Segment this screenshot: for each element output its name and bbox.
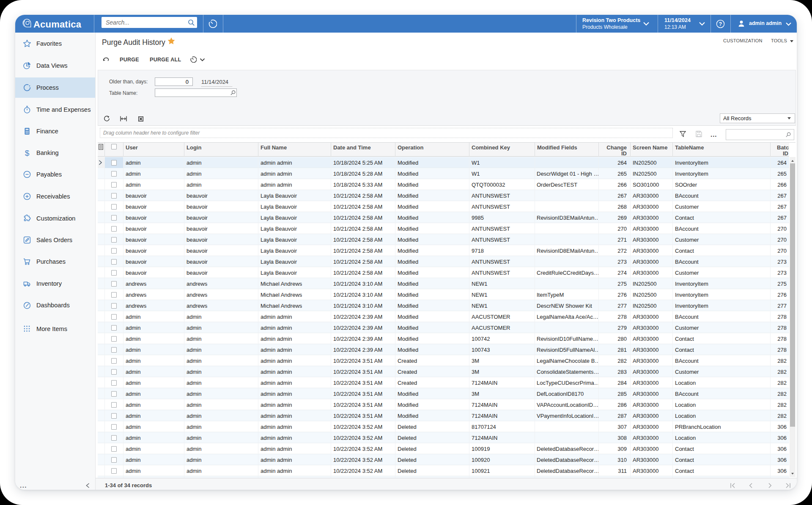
svg-text:$: $ <box>25 149 30 157</box>
svg-text:?: ? <box>719 21 722 27</box>
